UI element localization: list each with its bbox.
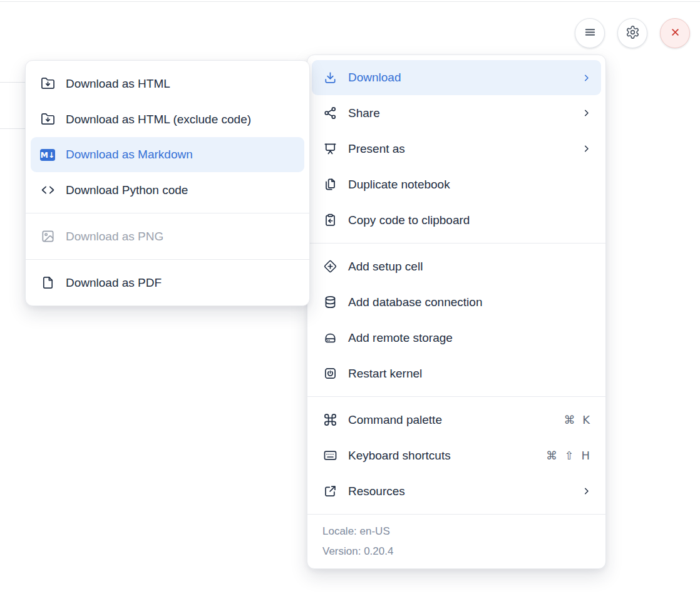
gear-icon [625, 25, 640, 41]
submenu-section-png: Download as PNG [26, 213, 309, 259]
chevron-right-icon [581, 143, 592, 154]
presentation-icon [322, 141, 337, 157]
menu-item-label: Present as [348, 142, 581, 156]
menu-item-label: Download as Markdown [66, 148, 297, 162]
duplicate-icon [322, 177, 337, 192]
menu-item-download-markdown[interactable]: M↓ Download as Markdown [31, 137, 304, 172]
menu-item-label: Command palette [348, 413, 564, 427]
menu-item-label: Share [348, 106, 581, 120]
menu-item-label: Add database connection [348, 295, 592, 309]
settings-button[interactable] [617, 18, 647, 48]
download-submenu: Download as HTML Download as HTML (exclu… [25, 60, 310, 306]
markdown-icon: M↓ [40, 147, 55, 162]
external-link-icon [322, 484, 337, 499]
close-icon [668, 25, 682, 41]
menu-item-download[interactable]: Download [312, 60, 601, 95]
notebook-actions-menu: Download Share Present as [307, 54, 606, 569]
menu-item-download-html[interactable]: Download as HTML [26, 66, 309, 101]
code-icon [40, 183, 55, 198]
submenu-section-pdf: Download as PDF [26, 260, 309, 305]
shortcut-command-palette: ⌘ K [564, 413, 592, 426]
menu-item-label: Resources [348, 485, 581, 498]
image-icon [40, 229, 55, 244]
menu-item-add-remote-storage[interactable]: Add remote storage [307, 320, 605, 356]
locale-text: Locale: en-US [322, 521, 590, 542]
menu-item-label: Download Python code [66, 183, 297, 197]
diamond-plus-icon [322, 259, 337, 274]
power-icon [322, 366, 337, 381]
menu-section-cells: Add setup cell Add database connection A… [307, 244, 605, 396]
menu-section-primary: Download Share Present as [307, 55, 605, 243]
menu-item-label: Keyboard shortcuts [348, 449, 546, 463]
menu-item-download-python-code[interactable]: Download Python code [26, 172, 309, 208]
menu-item-label: Download as PNG [66, 230, 297, 244]
background-divider-2 [0, 128, 26, 129]
keyboard-icon [322, 448, 337, 463]
chevron-right-icon [581, 108, 592, 118]
menu-footer: Locale: en-US Version: 0.20.4 [307, 515, 605, 568]
menu-item-present-as[interactable]: Present as [307, 131, 605, 167]
storage-icon [322, 331, 337, 346]
menu-item-restart-kernel[interactable]: Restart kernel [307, 356, 605, 391]
menu-item-duplicate-notebook[interactable]: Duplicate notebook [307, 167, 605, 202]
command-icon [322, 413, 337, 428]
close-button[interactable] [660, 18, 690, 48]
menu-item-label: Duplicate notebook [348, 178, 592, 192]
chevron-right-icon [581, 486, 592, 496]
markdown-badge: M↓ [40, 149, 55, 161]
submenu-section-formats: Download as HTML Download as HTML (exclu… [26, 61, 309, 213]
shortcut-keyboard-shortcuts: ⌘ ⇧ H [546, 449, 592, 462]
folder-down-icon [40, 112, 55, 127]
menu-item-label: Copy code to clipboard [348, 213, 592, 227]
menu-item-label: Download as HTML [66, 77, 297, 91]
menu-item-share[interactable]: Share [307, 95, 605, 131]
menu-item-label: Download as PDF [66, 276, 297, 290]
file-icon [40, 275, 55, 290]
menu-item-label: Add remote storage [348, 331, 592, 345]
menu-item-copy-code[interactable]: Copy code to clipboard [307, 202, 605, 238]
menu-item-download-pdf[interactable]: Download as PDF [26, 265, 309, 300]
database-icon [322, 295, 337, 310]
page-background: Download Share Present as [0, 0, 700, 616]
chevron-right-icon [581, 73, 592, 83]
menu-item-label: Download [348, 71, 581, 85]
menu-item-download-html-exclude-code[interactable]: Download as HTML (exclude code) [26, 101, 309, 137]
menu-item-command-palette[interactable]: Command palette ⌘ K [307, 402, 605, 438]
hamburger-icon [583, 25, 597, 41]
background-divider-1 [0, 82, 26, 83]
menu-item-label: Add setup cell [348, 260, 592, 274]
version-text: Version: 0.20.4 [322, 542, 590, 562]
menu-item-keyboard-shortcuts[interactable]: Keyboard shortcuts ⌘ ⇧ H [307, 438, 605, 473]
menu-item-add-setup-cell[interactable]: Add setup cell [307, 249, 605, 284]
menu-item-label: Restart kernel [348, 367, 592, 381]
folder-down-icon [40, 76, 55, 91]
menu-item-label: Download as HTML (exclude code) [66, 113, 297, 126]
notebook-menu-button[interactable] [575, 18, 605, 48]
menu-item-resources[interactable]: Resources [307, 473, 605, 509]
page-top-border [0, 1, 700, 2]
window-controls [575, 18, 690, 48]
clipboard-copy-icon [322, 213, 337, 228]
menu-item-add-database[interactable]: Add database connection [307, 284, 605, 320]
menu-section-help: Command palette ⌘ K Keyboard shortcuts ⌘… [307, 397, 605, 514]
share-icon [322, 106, 337, 121]
menu-item-download-png[interactable]: Download as PNG [26, 218, 309, 254]
download-icon [322, 70, 337, 85]
